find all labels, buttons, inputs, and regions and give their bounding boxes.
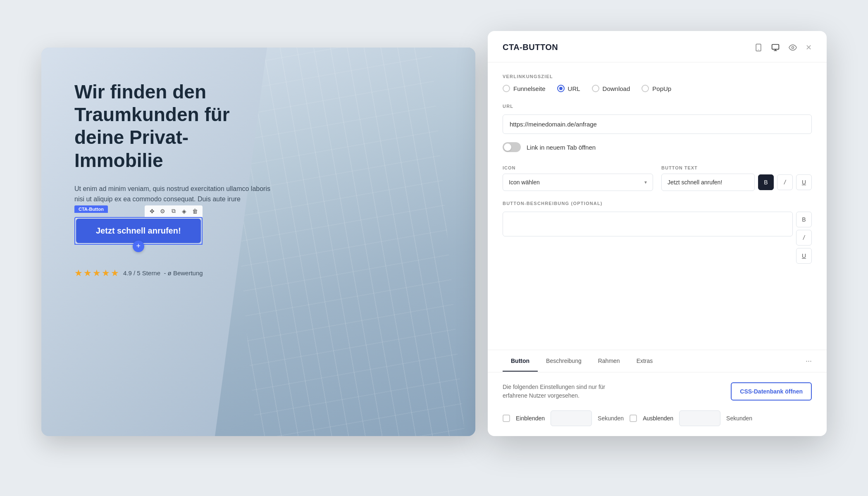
stars-row: ★ ★ ★ ★ ★ 4.9 / 5 Sterne - ø Bewertung	[74, 268, 277, 279]
css-db-text: Die folgenden Einstellungen sind nur für…	[503, 383, 627, 400]
panel-title: CTA-BUTTON	[503, 43, 558, 52]
icon-field-group: ICON Icon wählen ▾	[503, 165, 653, 191]
svg-rect-0	[756, 44, 761, 51]
ausblenden-label: Ausblenden	[643, 415, 673, 422]
radio-download[interactable]: Download	[592, 85, 630, 92]
tab-more-icon[interactable]: ···	[806, 350, 812, 372]
radio-label-url: URL	[568, 85, 580, 92]
radio-circle-url	[557, 85, 565, 92]
toggle-row: Link in neuem Tab öffnen	[503, 142, 812, 152]
css-db-row: Die folgenden Einstellungen sind nur für…	[503, 382, 812, 401]
eye-icon[interactable]	[788, 43, 797, 52]
tab-button[interactable]: Button	[503, 351, 538, 372]
radio-url[interactable]: URL	[557, 85, 580, 92]
desc-italic-button[interactable]: /	[796, 230, 812, 246]
move-icon[interactable]: ✥	[148, 207, 156, 215]
einblenden-seconds-input[interactable]	[551, 410, 592, 426]
cta-label-tag: CTA-Button	[74, 205, 108, 213]
radio-circle-download	[592, 85, 599, 92]
tab-rahmen[interactable]: Rahmen	[590, 351, 628, 372]
einblenden-sekunden: Sekunden	[598, 415, 624, 422]
section-url-label: URL	[503, 104, 812, 109]
desktop-icon[interactable]	[771, 43, 780, 52]
panel-content: VERLINKUNGSZIEL Funnelseite URL Download…	[488, 62, 827, 350]
underline-button[interactable]: U	[796, 174, 812, 190]
panel-header: CTA-BUTTON	[488, 31, 827, 62]
preview-body: Ut enim ad minim veniam, quis nostrud ex…	[74, 184, 273, 205]
einblenden-checkbox[interactable]	[503, 415, 510, 422]
cta-wrapper: CTA-Button ✥ ⚙ ⧉ ◈ 🗑 Jetzt schnell anruf…	[74, 217, 203, 245]
toggle-knob	[504, 143, 511, 151]
description-section: BUTTON-BESCHREIBUNG (OPTIONAL) B / U	[503, 201, 812, 264]
close-icon[interactable]: ✕	[806, 43, 812, 52]
panel-header-icons: ✕	[754, 43, 812, 52]
animation-row: Einblenden Sekunden Ausblenden Sekunden	[503, 410, 812, 426]
button-text-field-group: BUTTON TEXT B / U	[661, 165, 812, 191]
desc-bold-button[interactable]: B	[796, 212, 812, 227]
chevron-down-icon: ▾	[644, 179, 647, 185]
icon-buttontext-row: ICON Icon wählen ▾ BUTTON TEXT B / U	[503, 165, 812, 191]
icon-select-text: Icon wählen	[509, 179, 641, 186]
stars-rating: 4.9 / 5 Sterne - ø Bewertung	[123, 269, 203, 277]
tab-beschreibung[interactable]: Beschreibung	[538, 351, 590, 372]
star-5: ★	[111, 268, 119, 279]
toggle-label: Link in neuem Tab öffnen	[527, 144, 596, 151]
radio-label-popup: PopUp	[652, 85, 671, 92]
description-input[interactable]	[503, 212, 793, 236]
desc-underline-button[interactable]: U	[796, 248, 812, 264]
duplicate-icon[interactable]: ⧉	[169, 207, 178, 215]
button-text-label: BUTTON TEXT	[661, 165, 812, 170]
stars: ★ ★ ★ ★ ★	[74, 268, 119, 279]
radio-circle-funnelseite	[503, 85, 510, 92]
star-4: ★	[102, 268, 110, 279]
ausblenden-seconds-input[interactable]	[679, 410, 720, 426]
preview-heading: Wir finden den Traumkunden für deine Pri…	[74, 81, 277, 172]
button-text-input[interactable]	[661, 174, 755, 191]
settings-panel: CTA-BUTTON	[488, 31, 827, 436]
mobile-icon[interactable]	[754, 43, 763, 52]
preview-card: Wir finden den Traumkunden für deine Pri…	[41, 48, 475, 436]
star-2: ★	[83, 268, 92, 279]
radio-label-download: Download	[603, 85, 630, 92]
desc-format-group: B / U	[796, 212, 812, 264]
radio-label-funnelseite: Funnelseite	[513, 85, 546, 92]
cta-button[interactable]: Jetzt schnell anrufen!	[76, 219, 201, 243]
tab-bar: Button Beschreibung Rahmen Extras ···	[488, 350, 827, 372]
ausblenden-checkbox[interactable]	[630, 415, 637, 422]
settings-icon[interactable]: ⚙	[159, 207, 167, 215]
icon-select[interactable]: Icon wählen ▾	[503, 174, 653, 191]
einblenden-label: Einblenden	[516, 415, 545, 422]
radio-group: Funnelseite URL Download PopUp	[503, 85, 812, 92]
svg-point-5	[792, 46, 794, 48]
radio-funnelseite[interactable]: Funnelseite	[503, 85, 546, 92]
css-database-button[interactable]: CSS-Datenbank öffnen	[731, 382, 812, 401]
radio-circle-popup	[641, 85, 649, 92]
toggle-switch[interactable]	[503, 142, 521, 152]
button-text-row: B / U	[661, 174, 812, 191]
bottom-section: Die folgenden Einstellungen sind nur für…	[488, 372, 827, 436]
tab-extras[interactable]: Extras	[628, 351, 661, 372]
cta-toolbar: ✥ ⚙ ⧉ ◈ 🗑	[145, 205, 203, 217]
italic-button[interactable]: /	[777, 174, 793, 190]
svg-rect-2	[772, 44, 779, 49]
star-3: ★	[93, 268, 101, 279]
trash-icon[interactable]: 🗑	[191, 207, 199, 215]
desc-row: B / U	[503, 212, 812, 264]
bold-button[interactable]: B	[758, 174, 774, 190]
radio-popup[interactable]: PopUp	[641, 85, 671, 92]
wifi-icon[interactable]: ◈	[180, 207, 188, 215]
cta-add-button[interactable]: +	[133, 241, 144, 252]
section-verlinkungsziel-label: VERLINKUNGSZIEL	[503, 74, 812, 79]
ausblenden-sekunden: Sekunden	[726, 415, 752, 422]
star-1: ★	[74, 268, 83, 279]
content-area: Wir finden den Traumkunden für deine Pri…	[74, 81, 277, 279]
url-input[interactable]	[503, 114, 812, 134]
section-description-label: BUTTON-BESCHREIBUNG (OPTIONAL)	[503, 201, 812, 206]
icon-label: ICON	[503, 165, 653, 170]
